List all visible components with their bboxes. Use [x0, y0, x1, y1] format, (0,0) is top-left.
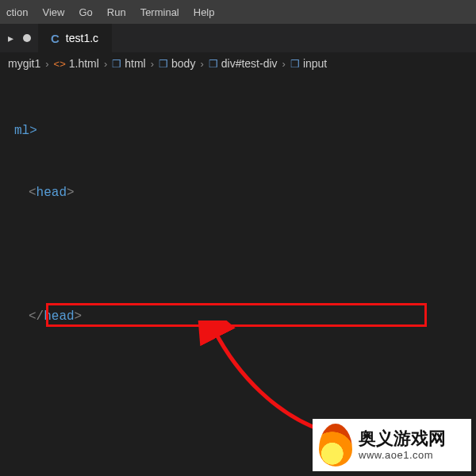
code-line: <head>	[0, 182, 476, 203]
cube-icon: ❒	[290, 58, 300, 70]
menu-item[interactable]: View	[42, 6, 64, 18]
crumb-html[interactable]: ❒ html	[112, 57, 145, 70]
chevron-right-icon: ›	[200, 58, 203, 70]
crumb-div[interactable]: ❒ div#test-div	[209, 57, 278, 70]
watermark: 奥义游戏网 www.aoe1.com	[313, 419, 471, 471]
breadcrumb[interactable]: mygit1 › <> 1.html › ❒ html › ❒ body › ❒…	[0, 52, 476, 75]
code-editor[interactable]: ml> <head> </head> <body> <div id="test-…	[0, 75, 476, 476]
code-line	[0, 368, 476, 389]
code-line	[0, 244, 476, 265]
crumb-body[interactable]: ❒ body	[159, 57, 195, 70]
crumb-input[interactable]: ❒ input	[290, 57, 327, 70]
chevron-right-icon: ›	[151, 58, 154, 70]
code-line: ml>	[0, 121, 476, 141]
code-line: </head>	[0, 306, 476, 327]
watermark-title: 奥义游戏网	[359, 428, 446, 449]
tab-bar: ▸ C test1.c	[0, 24, 476, 52]
cube-icon: ❒	[159, 58, 168, 70]
tab-label: test1.c	[66, 32, 98, 44]
menu-item[interactable]: Help	[194, 6, 215, 18]
menu-item[interactable]: ction	[6, 6, 28, 18]
modified-dot-icon	[23, 34, 31, 42]
tab-test1-c[interactable]: C test1.c	[38, 24, 112, 52]
menu-item[interactable]: Run	[107, 6, 126, 18]
watermark-url: www.aoe1.com	[359, 449, 446, 462]
c-file-icon: C	[51, 32, 60, 45]
menu-item[interactable]: Go	[79, 6, 92, 18]
chevron-right-icon: ›	[282, 58, 286, 70]
flame-logo-icon	[319, 424, 352, 466]
cube-icon: ❒	[112, 58, 121, 70]
crumb-folder[interactable]: mygit1	[8, 57, 40, 70]
crumb-file[interactable]: <> 1.html	[54, 57, 99, 70]
menubar: ction View Go Run Terminal Help	[0, 0, 476, 24]
chevron-left-icon: ▸	[8, 32, 13, 44]
menu-item[interactable]: Terminal	[140, 6, 179, 18]
cube-icon: ❒	[209, 58, 218, 70]
html-file-icon: <>	[54, 58, 66, 70]
chevron-right-icon: ›	[104, 58, 107, 70]
chevron-right-icon: ›	[45, 58, 48, 70]
tab-prev-indicator: ▸	[0, 32, 38, 44]
